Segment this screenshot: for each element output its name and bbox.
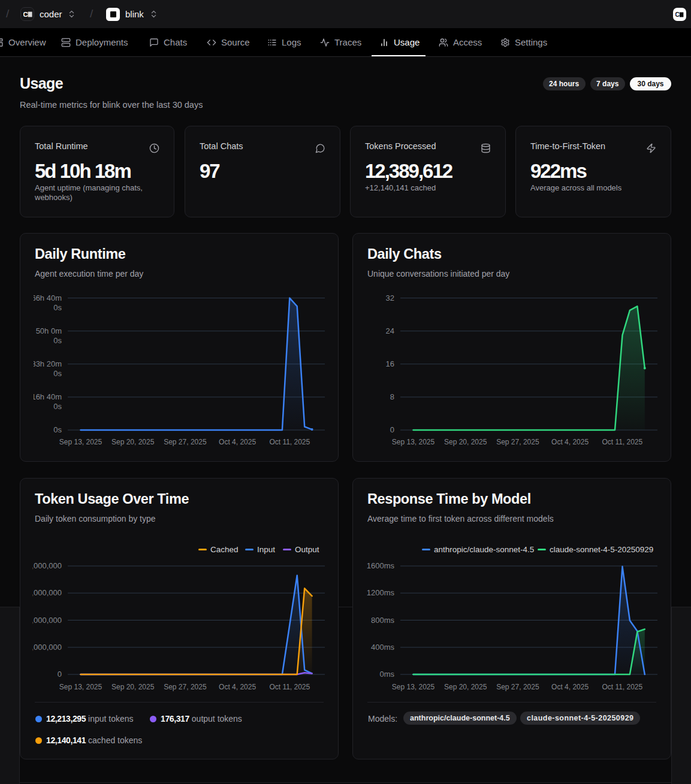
svg-text:16h 40m: 16h 40m: [31, 392, 62, 401]
svg-text:12,000,000: 12,000,000: [23, 561, 62, 570]
svg-text:400ms: 400ms: [371, 643, 395, 652]
svg-text:32: 32: [386, 293, 394, 302]
svg-text:Oct 11, 2025: Oct 11, 2025: [269, 438, 310, 446]
svg-text:24: 24: [386, 326, 394, 335]
svg-text:Oct 4, 2025: Oct 4, 2025: [551, 683, 589, 691]
svg-text:Sep 13, 2025: Sep 13, 2025: [392, 438, 435, 446]
svg-text:Sep 27, 2025: Sep 27, 2025: [496, 438, 539, 446]
svg-text:Sep 13, 2025: Sep 13, 2025: [59, 683, 102, 691]
svg-text:0: 0: [390, 425, 394, 434]
svg-text:Oct 4, 2025: Oct 4, 2025: [219, 438, 256, 446]
svg-text:50h 0m: 50h 0m: [36, 326, 62, 335]
svg-text:Oct 4, 2025: Oct 4, 2025: [219, 683, 256, 691]
svg-text:Sep 20, 2025: Sep 20, 2025: [444, 683, 487, 691]
svg-text:66h 40m: 66h 40m: [31, 293, 62, 302]
svg-text:Sep 13, 2025: Sep 13, 2025: [59, 438, 102, 446]
svg-text:Sep 27, 2025: Sep 27, 2025: [496, 683, 539, 691]
svg-text:6,000,000: 6,000,000: [27, 616, 62, 625]
svg-text:Sep 27, 2025: Sep 27, 2025: [164, 683, 207, 691]
svg-text:800ms: 800ms: [371, 616, 395, 625]
svg-text:1200ms: 1200ms: [367, 588, 395, 597]
svg-text:Oct 4, 2025: Oct 4, 2025: [551, 438, 589, 446]
svg-text:Sep 20, 2025: Sep 20, 2025: [111, 438, 155, 446]
svg-text:0s: 0s: [53, 303, 62, 312]
svg-text:3,000,000: 3,000,000: [27, 643, 62, 652]
svg-text:Oct 11, 2025: Oct 11, 2025: [269, 683, 310, 691]
svg-text:Sep 20, 2025: Sep 20, 2025: [444, 438, 487, 446]
svg-text:Sep 20, 2025: Sep 20, 2025: [111, 683, 155, 691]
svg-text:33h 20m: 33h 20m: [31, 359, 62, 368]
svg-text:Sep 13, 2025: Sep 13, 2025: [392, 683, 435, 691]
svg-text:Oct 11, 2025: Oct 11, 2025: [602, 438, 642, 446]
svg-text:Oct 11, 2025: Oct 11, 2025: [602, 683, 642, 691]
svg-text:0s: 0s: [53, 402, 62, 411]
svg-text:C: C: [23, 11, 28, 17]
svg-text:9,000,000: 9,000,000: [27, 588, 62, 597]
svg-text:0: 0: [58, 670, 62, 679]
svg-text:0s: 0s: [53, 369, 62, 378]
svg-text:16: 16: [386, 359, 394, 368]
svg-text:C: C: [675, 12, 680, 17]
svg-text:Sep 27, 2025: Sep 27, 2025: [164, 438, 207, 446]
svg-text:8: 8: [390, 392, 394, 401]
svg-text:0s: 0s: [53, 425, 62, 434]
svg-text:0s: 0s: [53, 336, 62, 345]
svg-text:1600ms: 1600ms: [367, 561, 395, 570]
svg-text:0ms: 0ms: [379, 670, 394, 679]
